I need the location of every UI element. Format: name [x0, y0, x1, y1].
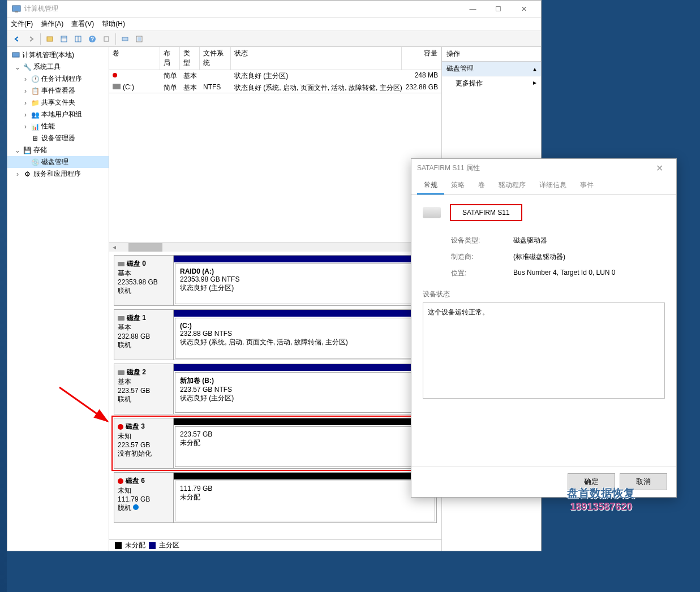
help-button[interactable]: ?: [86, 33, 98, 45]
expand-icon[interactable]: ›: [22, 99, 29, 107]
app-icon: [12, 5, 21, 14]
disk-icon: [118, 262, 124, 266]
disk-row[interactable]: 磁盘 0 基本 22353.98 GB 联机 RAID0 (A:) 22353.…: [114, 255, 437, 306]
col-layout[interactable]: 布局: [160, 47, 180, 70]
menu-action[interactable]: 操作(A): [41, 19, 63, 29]
disk-row[interactable]: 磁盘 6 未知 111.79 GB 脱机 111.79 GB 未分配: [114, 472, 437, 523]
scroll-thumb[interactable]: [128, 243, 162, 252]
tree-system-tools[interactable]: ⌄🔧系统工具: [7, 61, 109, 73]
tree-services[interactable]: ›⚙服务和应用程序: [7, 168, 109, 180]
cancel-button[interactable]: 取消: [620, 473, 667, 490]
disk-row[interactable]: 磁盘 1 基本 232.88 GB 联机 (C:) 232.88 GB NTFS…: [114, 309, 437, 360]
status-label: 设备状态: [423, 289, 665, 299]
tab-policies[interactable]: 策略: [444, 177, 471, 195]
svg-text:?: ?: [91, 36, 94, 42]
disk-partition[interactable]: 新加卷 (B:) 223.57 GB NTFS 状态良好 (主分区): [174, 364, 436, 414]
tree-disk-management[interactable]: 💿磁盘管理: [7, 156, 109, 168]
error-icon: [118, 478, 123, 484]
volume-row[interactable]: (C:)简单基本NTFS状态良好 (系统, 启动, 页面文件, 活动, 故障转储…: [109, 82, 441, 93]
nav-back-button[interactable]: [11, 33, 23, 45]
disk-info: 磁盘 3 未知 223.57 GB 没有初始化: [114, 418, 174, 468]
actions-section[interactable]: 磁盘管理 ▴: [442, 62, 541, 76]
legend: 未分配 主分区: [109, 539, 441, 551]
svg-rect-3: [61, 36, 67, 42]
tree-task-scheduler[interactable]: ›🕐任务计划程序: [7, 73, 109, 85]
expand-icon[interactable]: ›: [22, 123, 29, 131]
menu-help[interactable]: 帮助(H): [102, 19, 125, 29]
close-button[interactable]: ✕: [511, 1, 536, 17]
menu-view[interactable]: 查看(V): [71, 19, 94, 29]
col-status[interactable]: 状态: [231, 47, 402, 70]
expand-icon[interactable]: ›: [14, 170, 21, 178]
col-volume[interactable]: 卷: [109, 47, 160, 70]
disk-icon: [118, 316, 124, 321]
tab-driver[interactable]: 驱动程序: [492, 177, 532, 195]
expand-icon[interactable]: ›: [22, 111, 29, 119]
tree-local-users[interactable]: ›👥本地用户和组: [7, 109, 109, 120]
minimize-button[interactable]: —: [460, 1, 486, 17]
toolbar-btn-1[interactable]: [44, 33, 56, 45]
volume-list[interactable]: 卷 布局 类型 文件系统 状态 容量 简单基本状态良好 (主分区)248 MB(…: [109, 47, 441, 93]
maximize-button[interactable]: ☐: [486, 1, 511, 17]
tools-icon: 🔧: [23, 63, 32, 72]
tab-general[interactable]: 常规: [417, 177, 444, 195]
prop-loc-value: Bus Number 4, Target Id 0, LUN 0: [513, 269, 616, 278]
center-panel: 卷 布局 类型 文件系统 状态 容量 简单基本状态良好 (主分区)248 MB(…: [109, 47, 442, 551]
properties-dialog: SATAFIRM S11 属性 ✕ 常规 策略 卷 驱动程序 详细信息 事件 S…: [411, 158, 677, 498]
drive-icon: [423, 207, 441, 218]
disk-row[interactable]: 磁盘 3 未知 223.57 GB 没有初始化 223.57 GB 未分配: [114, 418, 437, 469]
toolbar-btn-3[interactable]: [72, 33, 84, 45]
tab-volumes[interactable]: 卷: [471, 177, 492, 195]
tree-performance[interactable]: ›📊性能: [7, 120, 109, 132]
disk-partition[interactable]: 111.79 GB 未分配: [174, 473, 436, 522]
disk-partition[interactable]: 223.57 GB 未分配: [174, 418, 436, 468]
dialog-close-button[interactable]: ✕: [648, 163, 671, 174]
disk-partition[interactable]: RAID0 (A:) 22353.98 GB NTFS 状态良好 (主分区): [174, 256, 436, 305]
event-icon: 📋: [31, 87, 40, 96]
perf-icon: 📊: [31, 122, 40, 131]
disk-row[interactable]: 磁盘 2 基本 223.57 GB 联机 新加卷 (B:) 223.57 GB …: [114, 364, 437, 414]
tab-details[interactable]: 详细信息: [532, 177, 573, 195]
disk-area[interactable]: 磁盘 0 基本 22353.98 GB 联机 RAID0 (A:) 22353.…: [109, 252, 441, 539]
volume-row[interactable]: 简单基本状态良好 (主分区)248 MB: [109, 70, 441, 82]
actions-more[interactable]: 更多操作 ▸: [442, 76, 541, 90]
error-icon: [118, 424, 123, 430]
window-title: 计算机管理: [24, 4, 460, 14]
prop-mfr-value: (标准磁盘驱动器): [513, 252, 565, 262]
toolbar-btn-5[interactable]: [100, 33, 113, 45]
toolbar-btn-6[interactable]: [119, 33, 131, 45]
nav-forward-button[interactable]: [25, 33, 37, 45]
col-fs[interactable]: 文件系统: [200, 47, 231, 70]
toolbar-btn-2[interactable]: [58, 33, 70, 45]
computer-icon: [11, 51, 20, 60]
svg-rect-9: [104, 37, 109, 41]
dialog-tabs: 常规 策略 卷 驱动程序 详细信息 事件: [411, 177, 676, 195]
menu-file[interactable]: 文件(F): [11, 19, 33, 29]
disk-info: 磁盘 0 基本 22353.98 GB 联机: [114, 256, 174, 305]
expand-icon[interactable]: ›: [22, 75, 29, 83]
tree-event-viewer[interactable]: ›📋事件查看器: [7, 85, 109, 97]
disk-partition[interactable]: (C:) 232.88 GB NTFS 状态良好 (系统, 启动, 页面文件, …: [174, 310, 436, 360]
toolbar-btn-7[interactable]: [133, 33, 145, 45]
expand-icon[interactable]: ⌄: [14, 63, 21, 71]
svg-rect-1: [15, 11, 18, 12]
tree-root[interactable]: 计算机管理(本地): [7, 49, 109, 61]
legend-unalloc-label: 未分配: [125, 541, 145, 550]
ok-button[interactable]: 确定: [568, 473, 615, 490]
expand-icon[interactable]: ⌄: [14, 146, 21, 154]
disk-info: 磁盘 6 未知 111.79 GB 脱机: [114, 473, 174, 522]
tree-shared-folders[interactable]: ›📁共享文件夹: [7, 97, 109, 109]
prop-type-label: 设备类型:: [451, 236, 513, 245]
expand-icon[interactable]: ›: [22, 87, 29, 95]
col-type[interactable]: 类型: [180, 47, 200, 70]
watermark-line2: 18913587620: [567, 501, 635, 513]
titlebar: 计算机管理 — ☐ ✕: [7, 1, 541, 18]
tree-panel[interactable]: 计算机管理(本地) ⌄🔧系统工具 ›🕐任务计划程序 ›📋事件查看器 ›📁共享文件…: [7, 47, 109, 551]
tree-device-manager[interactable]: 🖥设备管理器: [7, 132, 109, 144]
col-capacity[interactable]: 容量: [402, 47, 441, 70]
tree-storage[interactable]: ⌄💾存储: [7, 144, 109, 156]
horizontal-scrollbar[interactable]: ◂ ▸: [109, 242, 441, 252]
status-textarea[interactable]: 这个设备运转正常。: [423, 303, 665, 399]
tab-events[interactable]: 事件: [573, 177, 600, 195]
prop-mfr-label: 制造商:: [451, 252, 513, 262]
